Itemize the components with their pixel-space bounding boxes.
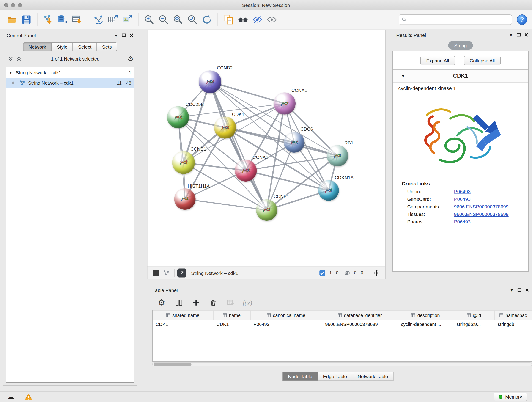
function-builder-icon[interactable]: f(x) <box>243 299 252 307</box>
crosslink-compartments[interactable]: 9606.ENSP00000378699 <box>454 204 509 210</box>
warning-icon[interactable] <box>23 392 34 401</box>
crosslink-tissues[interactable]: 9606.ENSP00000378699 <box>454 211 509 217</box>
hidden-items-eye-slash-icon[interactable] <box>342 268 352 277</box>
network-node-cdc25b[interactable] <box>167 106 189 128</box>
pan-tool-icon[interactable] <box>372 268 382 277</box>
show-all-button[interactable] <box>265 12 279 27</box>
import-table-button[interactable] <box>70 12 84 27</box>
save-session-button[interactable] <box>19 12 34 27</box>
network-collection-row[interactable]: ▼ String Network – cdk1 1 <box>6 67 134 78</box>
tab-network-table[interactable]: Network Table <box>352 372 394 381</box>
new-view-button[interactable] <box>120 12 135 27</box>
minimize-window-button[interactable] <box>11 3 15 7</box>
maximize-window-button[interactable] <box>18 3 22 7</box>
search-box[interactable] <box>399 14 512 25</box>
birdseye-view-icon[interactable] <box>161 268 172 277</box>
crosslink-uniprot[interactable]: P06493 <box>454 189 471 194</box>
horizontal-scrollbar[interactable] <box>152 362 532 366</box>
table-settings-gear-icon[interactable]: ⚙ <box>157 298 166 307</box>
tab-string[interactable]: String <box>448 41 473 50</box>
copy-document-button[interactable] <box>221 12 236 27</box>
panel-menu-icon[interactable]: ▼ <box>508 288 515 292</box>
new-network-button[interactable] <box>91 12 106 27</box>
close-panel-icon[interactable] <box>522 32 530 38</box>
network-node-hist1h1a[interactable] <box>174 188 196 210</box>
grid-view-icon[interactable] <box>151 268 161 277</box>
panel-menu-icon[interactable]: ▼ <box>507 33 515 37</box>
tab-sets[interactable]: Sets <box>97 42 117 51</box>
new-network-from-table-button[interactable] <box>106 12 120 27</box>
network-options-gear-icon[interactable]: ⚙ <box>128 56 134 62</box>
table-row[interactable]: CDK1 CDK1 P06493 9606.ENSP00000378699 cy… <box>152 320 532 329</box>
scrollbar-thumb[interactable] <box>154 363 191 366</box>
status-bar: ☁ Memory <box>0 391 532 402</box>
import-network-database-button[interactable] <box>56 12 70 27</box>
protein-thumbnail-icon <box>176 155 191 170</box>
expand-all-networks-icon[interactable] <box>7 56 15 62</box>
network-node-ccnb2[interactable] <box>199 70 221 93</box>
close-window-button[interactable] <box>4 3 8 7</box>
zoom-in-button[interactable] <box>142 12 157 27</box>
crosslink-row: Uniprot:P06493 <box>393 188 528 195</box>
collapse-all-networks-icon[interactable] <box>15 56 23 62</box>
close-panel-icon[interactable] <box>523 288 531 293</box>
tab-style[interactable]: Style <box>51 42 73 51</box>
crosslink-genecard[interactable]: P06493 <box>454 196 471 202</box>
home-button[interactable] <box>236 12 250 27</box>
tab-node-table[interactable]: Node Table <box>283 372 318 381</box>
float-panel-icon[interactable] <box>515 288 523 293</box>
column-header[interactable]: description <box>398 311 454 320</box>
network-node-ccna1[interactable] <box>273 93 296 115</box>
hidden-count: 0 - 0 <box>354 270 363 275</box>
column-header[interactable]: @id <box>453 311 495 320</box>
network-node-ccna2[interactable] <box>235 160 257 182</box>
tab-edge-table[interactable]: Edge Table <box>317 372 352 381</box>
expand-all-button[interactable]: Expand All <box>420 56 455 65</box>
network-canvas[interactable]: CCNB2CCNA1CDC25BCDK1CDC6RB1CCNB1CCNA2CDK… <box>147 30 386 267</box>
refresh-view-button[interactable] <box>200 12 214 27</box>
network-node-cdkn1a[interactable] <box>318 180 339 201</box>
window-title: Session: New Session <box>0 0 532 10</box>
export-view-button[interactable] <box>177 268 186 277</box>
network-node-ccnb1[interactable] <box>172 151 195 174</box>
cloud-icon[interactable]: ☁ <box>5 392 17 401</box>
network-node-cdc6[interactable] <box>284 132 304 153</box>
zoom-fit-button[interactable] <box>171 12 185 27</box>
column-header[interactable]: shared name <box>152 311 213 320</box>
memory-button[interactable]: Memory <box>494 393 527 401</box>
float-panel-icon[interactable] <box>515 32 522 38</box>
network-node-cdk1[interactable] <box>214 117 236 139</box>
selected-items-checkbox-icon[interactable] <box>317 268 327 277</box>
show-columns-icon[interactable] <box>174 298 184 307</box>
protein-section-header[interactable]: ▼ CDK1 <box>393 70 528 83</box>
hide-selected-button[interactable] <box>250 12 265 27</box>
help-button[interactable]: ? <box>517 14 527 25</box>
collection-count: 1 <box>122 70 131 75</box>
protein-thumbnail-icon <box>331 149 344 163</box>
column-header[interactable]: name <box>213 311 250 320</box>
column-header[interactable]: namespac <box>495 311 532 320</box>
open-session-button[interactable] <box>5 12 19 27</box>
selected-count: 1 - 0 <box>329 270 339 275</box>
column-header[interactable]: canonical name <box>250 311 322 320</box>
network-node-rb1[interactable] <box>327 145 348 166</box>
network-node-ccne1[interactable] <box>256 199 278 221</box>
zoom-selected-button[interactable] <box>185 12 200 27</box>
network-row[interactable]: String Network – cdk1 11 48 <box>6 78 134 88</box>
zoom-out-button[interactable] <box>157 12 171 27</box>
panel-menu-icon[interactable]: ▼ <box>113 33 120 38</box>
collapse-all-button[interactable]: Collapse All <box>464 56 500 65</box>
crosslinks-title: CrossLinks <box>393 177 528 188</box>
search-input[interactable] <box>409 17 509 23</box>
close-panel-icon[interactable] <box>128 33 135 38</box>
collapse-section-icon[interactable]: ▼ <box>393 74 413 78</box>
delete-columns-icon[interactable] <box>208 298 218 307</box>
collapse-collection-icon[interactable]: ▼ <box>9 70 16 75</box>
crosslink-pharos[interactable]: P06493 <box>454 219 471 225</box>
import-network-file-button[interactable] <box>41 12 56 27</box>
tab-network[interactable]: Network <box>23 42 51 51</box>
tab-select[interactable]: Select <box>73 42 97 51</box>
create-column-icon[interactable] <box>191 298 201 307</box>
float-panel-icon[interactable] <box>120 33 128 38</box>
column-header[interactable]: database identifier <box>322 311 398 320</box>
